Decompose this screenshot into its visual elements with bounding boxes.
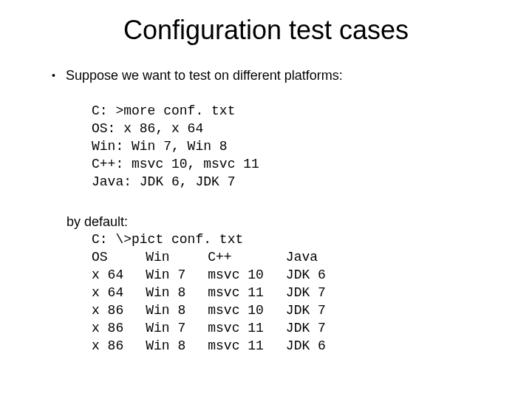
cell: msvc 11	[208, 319, 286, 337]
by-default-label: by default:	[66, 213, 488, 231]
cell: x 86	[92, 337, 146, 355]
table-row: x 86 Win 8 msvc 10 JDK 7	[92, 301, 348, 319]
conf-line: OS: x 86, x 64	[92, 121, 203, 136]
conf-line: C: >more conf. txt	[92, 103, 235, 118]
table-row: x 64 Win 8 msvc 11 JDK 7	[92, 284, 348, 301]
cell: JDK 6	[286, 337, 348, 355]
cell: x 86	[92, 319, 146, 337]
conf-line: Java: JDK 6, JDK 7	[92, 174, 235, 189]
col-header: C++	[208, 248, 286, 266]
cell: msvc 11	[208, 337, 286, 355]
cell: msvc 11	[208, 284, 286, 301]
cell: msvc 10	[208, 301, 286, 319]
bullet-item: • Suppose we want to test on different p…	[52, 66, 488, 84]
slide-title: Configuration test cases	[44, 15, 488, 46]
col-header: Win	[146, 248, 208, 266]
cell: JDK 7	[286, 284, 348, 301]
output-table: OS Win C++ Java x 64 Win 7 msvc 10 JDK 6…	[92, 248, 348, 355]
cell: Win 8	[146, 301, 208, 319]
table-header-row: OS Win C++ Java	[92, 248, 348, 266]
cell: Win 7	[146, 319, 208, 337]
col-header: Java	[286, 248, 348, 266]
cell: x 64	[92, 284, 146, 301]
cell: JDK 7	[286, 301, 348, 319]
pict-command: C: \>pict conf. txt	[92, 231, 488, 248]
cell: Win 8	[146, 337, 208, 355]
cell: x 64	[92, 266, 146, 284]
cell: Win 8	[146, 284, 208, 301]
conf-line: Win: Win 7, Win 8	[92, 139, 228, 154]
bullet-dot-icon: •	[52, 66, 55, 84]
table-row: x 86 Win 7 msvc 11 JDK 7	[92, 319, 348, 337]
cell: JDK 7	[286, 319, 348, 337]
conf-file-block: C: >more conf. txt OS: x 86, x 64 Win: W…	[92, 84, 488, 191]
table-row: x 86 Win 8 msvc 11 JDK 6	[92, 337, 348, 355]
col-header: OS	[92, 248, 146, 266]
table-row: x 64 Win 7 msvc 10 JDK 6	[92, 266, 348, 284]
conf-line: C++: msvc 10, msvc 11	[92, 157, 259, 171]
cell: msvc 10	[208, 266, 286, 284]
cell: JDK 6	[286, 266, 348, 284]
cell: x 86	[92, 301, 146, 319]
cell: Win 7	[146, 266, 208, 284]
bullet-text: Suppose we want to test on different pla…	[66, 66, 343, 84]
